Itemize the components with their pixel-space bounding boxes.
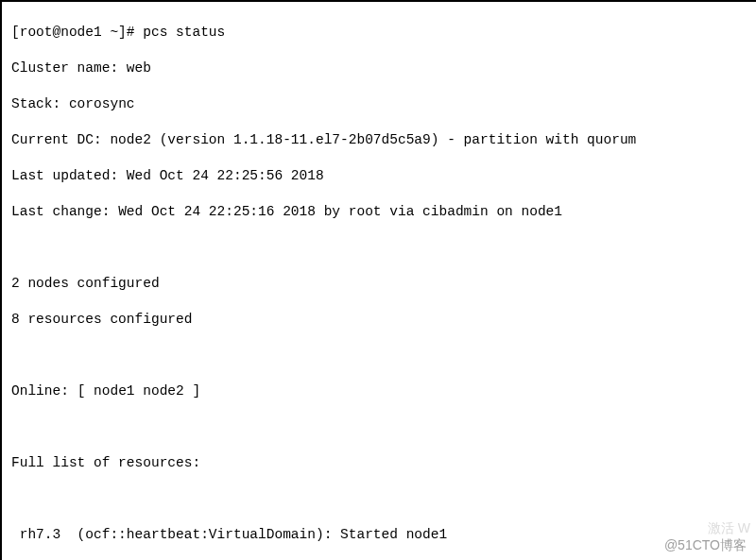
online-label: Online: (11, 383, 77, 399)
watermark-text: @51CTO博客 (664, 536, 747, 554)
blank-line (11, 347, 750, 365)
terminal-output: [root@node1 ~]# pcs status Cluster name:… (0, 0, 756, 560)
last-updated-line: Last updated: Wed Oct 24 22:25:56 2018 (11, 167, 750, 185)
full-list-header: Full list of resources: (11, 454, 750, 472)
last-change-line: Last change: Wed Oct 24 22:25:16 2018 by… (11, 203, 750, 221)
resource-rh73: rh7.3 (ocf::heartbeat:VirtualDomain): St… (11, 526, 750, 544)
stack-label: Stack: (11, 96, 69, 111)
cluster-name-value: web (127, 60, 151, 76)
blank-line (11, 239, 750, 257)
blank-line (11, 418, 750, 436)
last-change-label: Last change: (11, 204, 118, 219)
current-dc-label: Current DC: (11, 132, 110, 147)
resources-configured-line: 8 resources configured (11, 311, 750, 329)
current-dc-value: node2 (version 1.1.18-11.el7-2b07d5c5a9)… (110, 132, 636, 147)
command-line: [root@node1 ~]# pcs status (11, 24, 750, 42)
blank-line (11, 490, 750, 508)
last-updated-label: Last updated: (11, 168, 127, 183)
stack-line: Stack: corosync (11, 95, 750, 113)
online-value: [ node1 node2 ] (77, 383, 201, 399)
last-change-value: Wed Oct 24 22:25:16 2018 by root via cib… (118, 204, 562, 219)
nodes-configured-line: 2 nodes configured (11, 275, 750, 293)
command-text: pcs status (143, 25, 225, 40)
last-updated-value: Wed Oct 24 22:25:56 2018 (127, 168, 324, 183)
current-dc-line: Current DC: node2 (version 1.1.18-11.el7… (11, 131, 750, 149)
cluster-name-label: Cluster name: (11, 60, 127, 76)
stack-value: corosync (69, 96, 135, 111)
background-text: 激活 W (708, 519, 750, 537)
cluster-name-line: Cluster name: web (11, 59, 750, 77)
online-line: Online: [ node1 node2 ] (11, 382, 750, 400)
prompt: [root@node1 ~]# (11, 25, 143, 40)
